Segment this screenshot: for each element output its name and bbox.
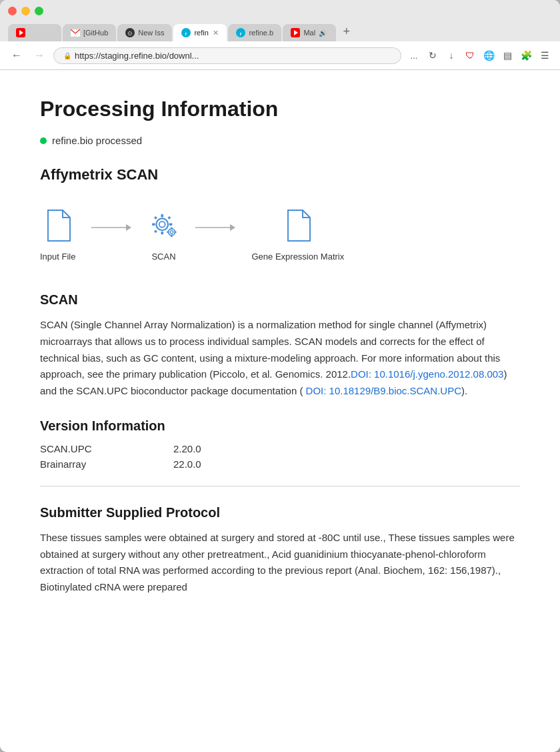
address-actions: ... ↻ ↓ 🛡 🌐 ▤ 🧩 ☰ (407, 48, 552, 63)
submitter-section: Submitter Supplied Protocol These tissue… (40, 505, 520, 596)
svg-point-14 (159, 222, 165, 228)
output-file-icon (282, 206, 314, 245)
doi2-link[interactable]: DOI: 10.18129/B9.bioc.SCAN.UPC (306, 385, 461, 396)
scan-description: SCAN (Single Channel Array Normalization… (40, 317, 520, 400)
svg-rect-15 (161, 214, 164, 217)
traffic-lights (8, 7, 552, 15)
section-divider (40, 486, 520, 486)
tab-close-refine1[interactable]: ✕ (213, 29, 219, 37)
svg-rect-28 (175, 231, 177, 233)
youtube-icon (16, 28, 25, 37)
more-options-button[interactable]: ... (407, 48, 421, 63)
refine-icon: r (181, 28, 191, 37)
affymetrix-section-title: Affymetrix SCAN (40, 166, 520, 183)
svg-rect-20 (168, 216, 171, 220)
svg-rect-18 (169, 223, 172, 226)
tab-label-refine2: refine.b (249, 29, 273, 37)
gmail-icon (71, 28, 80, 37)
speaker-icon: 🔊 (319, 29, 327, 37)
tab-gmail[interactable]: [GitHub (63, 24, 116, 41)
tab-label-refine1: refin (194, 29, 208, 37)
svg-rect-21 (154, 230, 157, 233)
submitter-text: These tissues samples were obtained at s… (40, 530, 520, 596)
forward-button[interactable]: → (31, 47, 48, 64)
output-label: Gene Expression Matrix (251, 252, 344, 262)
page-title: Processing Information (40, 97, 520, 121)
svg-rect-17 (153, 223, 155, 226)
url-bar[interactable]: 🔒 https://staging.refine.bio/downl... (53, 47, 401, 64)
tab-github[interactable]: ⊙ New Iss (117, 24, 172, 41)
sidebar-button[interactable]: ▤ (500, 48, 515, 63)
input-file-icon (42, 206, 74, 245)
close-button[interactable] (8, 7, 17, 15)
version-table: SCAN.UPC 2.20.0 Brainarray 22.0.0 (40, 443, 520, 470)
svg-rect-25 (171, 228, 173, 230)
maximize-button[interactable] (35, 7, 43, 15)
status-text: refine.bio processed (52, 135, 142, 146)
pipeline-arrow-2 (179, 221, 251, 234)
pipeline-diagram: Input File (40, 200, 520, 268)
status-dot (40, 137, 47, 144)
version-key-brain: Brainarray (40, 458, 120, 470)
tab-youtube2[interactable]: Mal 🔊 (283, 24, 336, 41)
address-bar: ← → 🔒 https://staging.refine.bio/downl..… (0, 41, 560, 70)
tab-refine1[interactable]: r refin ✕ (173, 24, 227, 41)
version-val-scan: 2.20.0 (173, 443, 201, 454)
version-val-brain: 22.0.0 (173, 458, 201, 470)
menu-button[interactable]: ☰ (537, 48, 552, 63)
scan-subsection-title: SCAN (40, 292, 520, 308)
url-text: https://staging.refine.bio/downl... (75, 51, 199, 61)
svg-marker-30 (230, 224, 235, 231)
pipeline-step-output: Gene Expression Matrix (251, 206, 344, 262)
youtube-icon2 (291, 28, 300, 37)
tab-youtube1[interactable] (8, 24, 61, 41)
browser-window: [GitHub ⊙ New Iss r refin ✕ r (0, 0, 560, 752)
svg-rect-19 (154, 216, 157, 220)
new-tab-button[interactable]: + (337, 22, 355, 41)
tabs-row: [GitHub ⊙ New Iss r refin ✕ r (8, 22, 552, 41)
svg-text:⊙: ⊙ (127, 30, 133, 37)
download-button[interactable]: ↓ (444, 48, 459, 63)
svg-point-24 (171, 231, 173, 234)
svg-text:r: r (240, 31, 242, 37)
tab-label-github: New Iss (138, 29, 164, 37)
svg-rect-27 (167, 231, 169, 233)
tab-label-youtube2: Mal (303, 29, 315, 37)
svg-text:r: r (185, 31, 187, 37)
tab-label-gmail: [GitHub (83, 29, 108, 37)
refresh-button[interactable]: ↻ (425, 48, 440, 63)
pipeline-step-scan: SCAN (147, 206, 179, 262)
doi1-link[interactable]: DOI: 10.1016/j.ygeno.2012.08.003 (351, 368, 503, 380)
input-file-label: Input File (40, 252, 75, 262)
title-bar: [GitHub ⊙ New Iss r refin ✕ r (0, 0, 560, 41)
lock-icon: 🔒 (63, 52, 71, 59)
tab-refine2[interactable]: r refine.b (228, 24, 281, 41)
version-section-title: Version Information (40, 418, 520, 434)
globe-icon: 🌐 (481, 48, 496, 63)
version-row-brain: Brainarray 22.0.0 (40, 458, 520, 470)
status-badge: refine.bio processed (40, 135, 520, 146)
version-section: Version Information SCAN.UPC 2.20.0 Brai… (40, 418, 520, 470)
scan-label: SCAN (151, 252, 175, 262)
refine-icon2: r (236, 28, 245, 37)
submitter-section-title: Submitter Supplied Protocol (40, 505, 520, 520)
version-row-scan: SCAN.UPC 2.20.0 (40, 443, 520, 454)
shield-icon: 🛡 (463, 48, 477, 63)
extension-icon[interactable]: 🧩 (519, 48, 533, 63)
minimize-button[interactable] (21, 7, 30, 15)
svg-marker-12 (126, 224, 131, 231)
pipeline-step-input: Input File (40, 206, 75, 262)
svg-rect-16 (161, 232, 164, 234)
github-icon: ⊙ (125, 28, 135, 37)
svg-rect-26 (171, 235, 173, 237)
pipeline-arrow-1 (75, 221, 147, 234)
page-content: Processing Information refine.bio proces… (0, 70, 560, 752)
back-button[interactable]: ← (8, 47, 25, 64)
scan-gear-icon (147, 206, 179, 245)
version-key-scan: SCAN.UPC (40, 443, 120, 454)
